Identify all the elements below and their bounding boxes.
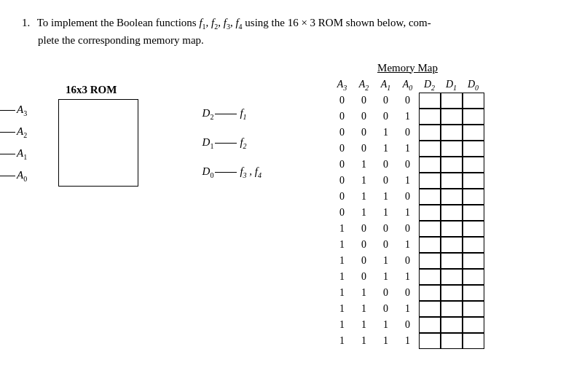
data-cell <box>441 317 463 333</box>
address-cell: 1 <box>331 301 353 317</box>
address-cell: 0 <box>375 237 397 253</box>
address-cell: 0 <box>397 93 419 109</box>
address-cell: 0 <box>331 189 353 205</box>
address-cell: 0 <box>375 285 397 301</box>
data-cell <box>419 173 441 189</box>
data-cell <box>419 189 441 205</box>
table-row: 1011 <box>331 269 484 285</box>
address-cell: 1 <box>353 189 375 205</box>
address-cell: 1 <box>397 333 419 349</box>
address-cell: 1 <box>331 237 353 253</box>
address-cell: 0 <box>397 125 419 141</box>
address-cell: 1 <box>397 109 419 125</box>
address-cell: 0 <box>353 269 375 285</box>
data-cell <box>441 93 463 109</box>
address-cell: 1 <box>331 269 353 285</box>
output-func-f1: f1 <box>240 107 246 121</box>
address-cell: 1 <box>397 173 419 189</box>
data-cell <box>419 269 441 285</box>
data-cell <box>463 221 484 237</box>
output-row-d2: D2 f1 <box>202 107 261 121</box>
data-cell <box>419 285 441 301</box>
address-cell: 1 <box>353 333 375 349</box>
data-cell <box>419 125 441 141</box>
data-cell <box>463 205 484 221</box>
data-cell <box>463 237 484 253</box>
address-cell: 0 <box>331 173 353 189</box>
address-cell: 1 <box>331 317 353 333</box>
address-cell: 0 <box>375 173 397 189</box>
input-line-a0 <box>0 176 15 177</box>
table-row: 0011 <box>331 141 484 157</box>
address-cell: 0 <box>331 141 353 157</box>
header-d0: D0 <box>463 79 484 92</box>
data-cell <box>441 205 463 221</box>
data-cell <box>463 269 484 285</box>
table-row: 0110 <box>331 189 484 205</box>
output-label-d2: D2 <box>202 107 214 121</box>
address-cell: 0 <box>375 157 397 173</box>
data-cell <box>463 301 484 317</box>
output-row-d0: D0 f3 , f4 <box>202 165 261 179</box>
input-label-a1: A1 <box>17 147 27 161</box>
data-cell <box>441 109 463 125</box>
address-cell: 1 <box>397 237 419 253</box>
address-cell: 1 <box>397 205 419 221</box>
header-a3: A3 <box>331 79 353 92</box>
table-row: 0001 <box>331 109 484 125</box>
table-row: 1101 <box>331 301 484 317</box>
address-cell: 1 <box>397 269 419 285</box>
input-line-a2 <box>0 132 15 133</box>
address-cell: 0 <box>353 125 375 141</box>
data-cell <box>419 221 441 237</box>
table-row: 1110 <box>331 317 484 333</box>
table-row: 1010 <box>331 253 484 269</box>
problem-number: 1. <box>22 17 30 28</box>
address-cell: 1 <box>331 221 353 237</box>
data-cell <box>419 253 441 269</box>
address-cell: 0 <box>353 141 375 157</box>
address-cell: 0 <box>331 205 353 221</box>
address-cell: 1 <box>331 333 353 349</box>
data-cell <box>441 301 463 317</box>
data-cell <box>463 157 484 173</box>
table-row: 0000 <box>331 93 484 109</box>
address-cell: 1 <box>397 141 419 157</box>
data-cell <box>419 93 441 109</box>
address-cell: 1 <box>375 317 397 333</box>
address-cell: 1 <box>375 253 397 269</box>
header-a1: A1 <box>375 79 397 92</box>
output-line-d2 <box>215 114 237 115</box>
data-cell <box>419 109 441 125</box>
table-row: 0101 <box>331 173 484 189</box>
input-line-a1 <box>0 154 15 155</box>
data-cell <box>419 333 441 349</box>
data-cell <box>441 221 463 237</box>
address-cell: 0 <box>353 237 375 253</box>
data-cell <box>419 157 441 173</box>
input-line-a3 <box>0 110 15 111</box>
data-cell <box>463 109 484 125</box>
data-cell <box>419 301 441 317</box>
address-cell: 0 <box>375 301 397 317</box>
output-line-d1 <box>215 143 237 144</box>
address-cell: 0 <box>353 109 375 125</box>
address-cell: 1 <box>375 141 397 157</box>
data-cell <box>441 285 463 301</box>
table-row: 0010 <box>331 125 484 141</box>
address-cell: 1 <box>353 205 375 221</box>
outputs-container: D2 f1 D1 f2 D0 f3 , f4 <box>202 100 261 187</box>
address-cell: 1 <box>375 205 397 221</box>
header-d2: D2 <box>419 79 441 92</box>
address-cell: 1 <box>353 157 375 173</box>
table-row: 1111 <box>331 333 484 349</box>
output-label-d1: D1 <box>202 136 214 150</box>
header-a2: A2 <box>353 79 375 92</box>
data-cell <box>441 189 463 205</box>
data-cell <box>463 317 484 333</box>
problem-statement: 1. To implement the Boolean functions f1… <box>22 15 560 49</box>
data-cell <box>463 333 484 349</box>
memory-map-area: Memory Map A3 A2 A1 A0 D2 D1 D0 00000001… <box>255 62 560 350</box>
data-cell <box>441 269 463 285</box>
rom-label: 16x3 ROM <box>66 84 117 96</box>
